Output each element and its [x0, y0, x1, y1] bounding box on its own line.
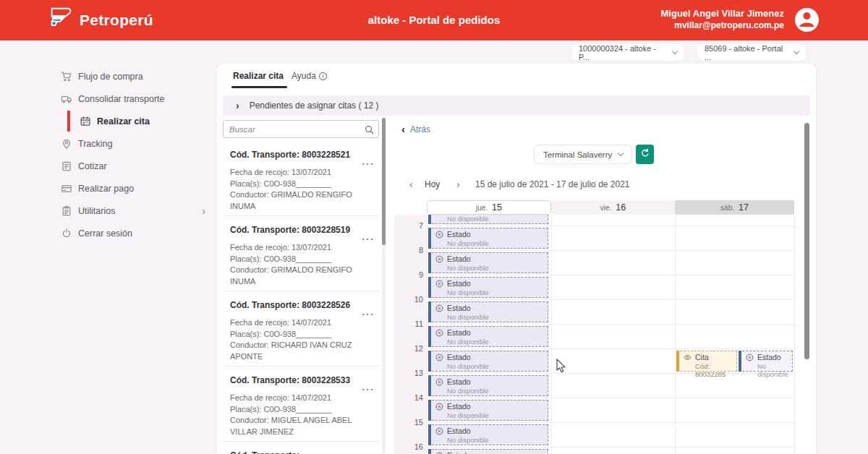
- circle-x-icon: [435, 304, 443, 312]
- sidebar-item-label: Realizar cita: [97, 116, 150, 127]
- slot-title: Estado: [447, 377, 471, 386]
- list-scrollbar[interactable]: [382, 118, 386, 454]
- transport-driver: Conductor: GRIMALDO RENGIFO INUMA: [230, 189, 372, 212]
- sidebar-item-label: Realizar pago: [78, 184, 134, 194]
- hour-label: 15: [394, 417, 423, 427]
- grid-column-line: [794, 215, 795, 454]
- top-header: Petroperú altoke - Portal de pedidos Mig…: [0, 0, 868, 40]
- transport-card[interactable]: Cód. Transporte: 8003228519···Fecha de r…: [223, 216, 379, 291]
- chevron-down-icon: [672, 48, 678, 54]
- circle-x-icon: [435, 403, 443, 411]
- day-header-jue-15[interactable]: jue. 15: [427, 200, 551, 215]
- circle-x-icon: [435, 354, 443, 361]
- day-header-vie-16[interactable]: vie. 16: [551, 200, 675, 215]
- estado-block-jue-11: EstadoNo disponible: [428, 326, 548, 347]
- sidebar-item-consolidar-transporte[interactable]: Consolidar transporte: [0, 87, 211, 110]
- slot-header: Cita: [684, 353, 736, 361]
- day-name: jue.: [476, 204, 488, 212]
- transport-plate: Placa(s): C0O-938________: [230, 329, 372, 340]
- slot-subtitle: No disponible: [757, 362, 792, 378]
- transport-plate: Placa(s): C0O-938________: [230, 254, 372, 265]
- slot-title: Cita: [695, 353, 709, 361]
- sidebar-item-label: Tracking: [78, 139, 112, 149]
- transport-card[interactable]: Cód. Transporte:: [223, 442, 379, 454]
- user-info: Miguel Angel Villar Jimenez mvillar@petr…: [661, 8, 785, 30]
- slot-header: Estado: [435, 328, 548, 337]
- tab-ayuda[interactable]: Ayuda i: [292, 71, 327, 81]
- circle-x-icon: [435, 427, 443, 435]
- estado-block-jue-7: EstadoNo disponible: [428, 228, 548, 249]
- card-menu-button[interactable]: ···: [362, 384, 375, 395]
- sidebar-item-realizar-pago[interactable]: Realizar pago: [0, 177, 211, 200]
- refresh-button[interactable]: [636, 145, 654, 164]
- sidebar: Flujo de compraConsolidar transporteReal…: [0, 65, 211, 244]
- card-menu-button[interactable]: ···: [362, 158, 375, 169]
- transport-code: Cód. Transporte: 8003228521: [230, 150, 372, 160]
- estado-block-sab-12: EstadoNo disponible: [739, 351, 793, 372]
- hour-label: 8: [394, 245, 423, 255]
- sidebar-item-realizar-cita[interactable]: Realizar cita: [0, 110, 211, 132]
- day-header-sab-17[interactable]: sáb. 17: [675, 200, 794, 215]
- transport-driver: Conductor: GRIMALDO RENGIFO INUMA: [230, 265, 372, 287]
- portal-select[interactable]: 85069 - altoke - Portal ...: [697, 44, 806, 61]
- hour-label: 10: [394, 294, 423, 304]
- pending-citas-title: Pendientes de asignar citas ( 12 ): [250, 100, 379, 111]
- clipboard-icon: [61, 205, 72, 217]
- avatar[interactable]: [795, 8, 819, 32]
- terminal-select[interactable]: Terminal Salaverry: [534, 145, 632, 164]
- tab-label: Realizar cita: [233, 71, 284, 81]
- sidebar-item-label: Utilitarios: [78, 206, 115, 216]
- back-label: Atrás: [410, 124, 430, 134]
- transport-plate: Placa(s): C0O-938________: [230, 404, 372, 416]
- slot-header: Estado: [435, 230, 548, 239]
- chevron-down-icon: [618, 150, 624, 156]
- transport-code: Cód. Transporte: 8003228533: [230, 375, 372, 385]
- day-number: 15: [492, 202, 502, 213]
- day-number: 16: [616, 202, 626, 213]
- circle-x-icon: [435, 280, 443, 288]
- slot-subtitle: No disponible: [447, 387, 548, 395]
- user-icon: [795, 8, 819, 32]
- hour-label: 12: [394, 343, 423, 354]
- sidebar-item-tracking[interactable]: Tracking: [0, 132, 211, 155]
- grid-hour-line: [427, 373, 794, 374]
- calendar-grid: 78910111213141516EstadoNo disponibleEsta…: [394, 215, 816, 454]
- transport-code: Cód. Transporte:: [230, 450, 372, 454]
- card-menu-button[interactable]: ···: [362, 234, 375, 244]
- today-button[interactable]: Hoy: [425, 179, 440, 189]
- tab-realizar-cita[interactable]: Realizar cita: [233, 71, 284, 81]
- slot-header: Estado: [435, 451, 548, 454]
- hour-label: 16: [394, 442, 423, 452]
- back-button[interactable]: ‹ Atrás: [401, 124, 430, 134]
- sidebar-item-flujo-de-compra[interactable]: Flujo de compra: [0, 65, 211, 87]
- sidebar-item-label: Cotizar: [78, 161, 107, 171]
- calendar-scrollbar-thumb[interactable]: [804, 123, 809, 359]
- slot-title: Estado: [447, 427, 471, 435]
- hour-label: 7: [394, 220, 423, 231]
- grid-hour-line: [427, 447, 794, 447]
- transport-pickup: Fecha de recojo: 13/07/2021: [230, 242, 372, 254]
- card-menu-button[interactable]: ···: [362, 309, 375, 320]
- company-select[interactable]: 1000000324 - altoke - P...: [571, 44, 684, 61]
- transport-card[interactable]: Cód. Transporte: 8003228526···Fecha de r…: [223, 291, 379, 367]
- sidebar-item-utilitarios[interactable]: Utilitarios›: [0, 200, 211, 222]
- slot-title: Estado: [447, 328, 471, 337]
- prev-range-button[interactable]: ‹: [409, 179, 413, 190]
- slot-header: Estado: [435, 353, 548, 361]
- transport-card[interactable]: Cód. Transporte: 8003228521···Fecha de r…: [223, 141, 379, 216]
- search-input[interactable]: [224, 121, 378, 137]
- transport-driver: Conductor: RICHARD IVAN CRUZ APONTE: [230, 340, 372, 362]
- quote-icon: [61, 160, 72, 172]
- refresh-icon: [640, 148, 650, 160]
- estado-block-jue-14: EstadoNo disponible: [428, 400, 548, 421]
- chevron-left-icon: ‹: [401, 125, 405, 134]
- transport-code: Cód. Transporte: 8003228519: [230, 225, 372, 235]
- next-range-button[interactable]: ›: [456, 179, 460, 190]
- cita-block-sab-12[interactable]: CitaCód: 80032285: [676, 351, 737, 372]
- sidebar-item-cotizar[interactable]: Cotizar: [0, 155, 211, 177]
- pending-citas-header[interactable]: › Pendientes de asignar citas ( 12 ): [223, 95, 810, 116]
- slot-title: Estado: [447, 230, 471, 239]
- company-select-value: 1000000324 - altoke - P...: [579, 44, 667, 61]
- sidebar-item-cerrar-sesion[interactable]: Cerrar sesión: [0, 222, 211, 244]
- transport-card[interactable]: Cód. Transporte: 8003228533···Fecha de r…: [223, 367, 379, 442]
